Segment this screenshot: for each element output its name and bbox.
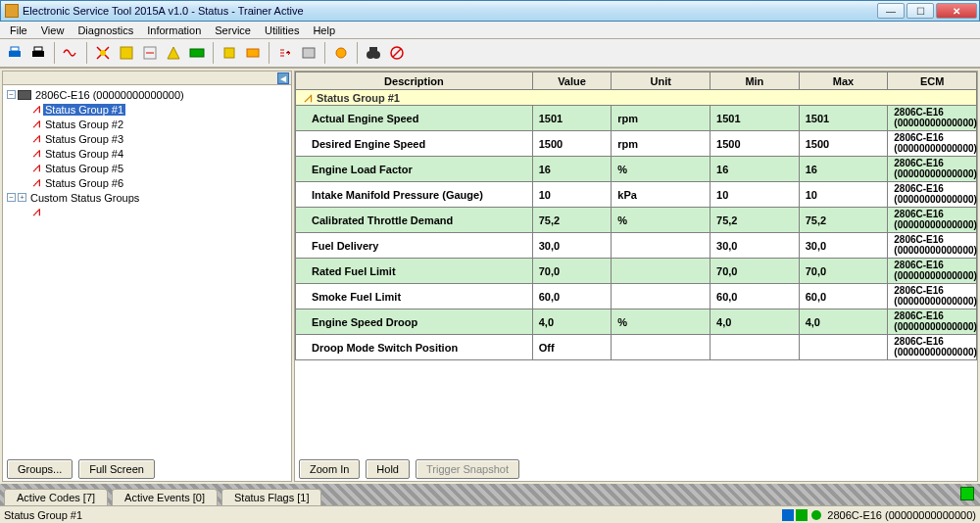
svg-rect-2 xyxy=(32,51,44,57)
data-grid[interactable]: DescriptionValueUnitMinMaxECM⩘Status Gro… xyxy=(295,71,977,457)
tree-temporary[interactable]: ⩘ xyxy=(7,205,289,219)
status-blue-icon xyxy=(782,509,794,521)
tree-group-5[interactable]: ⩘Status Group #5 xyxy=(7,161,289,175)
trigger-snapshot-button[interactable]: Trigger Snapshot xyxy=(416,459,519,479)
tree[interactable]: −2806C-E16 (00000000000000)⩘Status Group… xyxy=(3,85,291,457)
menu-help[interactable]: Help xyxy=(307,24,341,37)
collapse-arrow-icon[interactable]: ◀ xyxy=(277,72,289,84)
svg-rect-8 xyxy=(224,48,234,58)
statusbar: Status Group #1 2806C-E16 (0000000000000… xyxy=(0,505,980,523)
table-row[interactable]: Smoke Fuel Limit60,060,060,02806C-E16(00… xyxy=(296,284,977,309)
tree-custom[interactable]: −+Custom Status Groups xyxy=(7,190,289,205)
menu-file[interactable]: File xyxy=(4,24,33,37)
svg-rect-0 xyxy=(9,51,21,57)
svg-rect-3 xyxy=(34,47,42,51)
tool-icon-5[interactable] xyxy=(186,42,208,64)
svg-rect-7 xyxy=(190,49,204,57)
svg-point-13 xyxy=(372,51,380,59)
table-row[interactable]: Droop Mode Switch PositionOff2806C-E16(0… xyxy=(296,335,977,360)
zoomin-button[interactable]: Zoom In xyxy=(299,459,360,479)
svg-point-11 xyxy=(336,48,346,58)
table-row[interactable]: Calibrated Throttle Demand75,2%75,275,22… xyxy=(296,208,977,233)
svg-rect-1 xyxy=(11,47,19,51)
tree-root[interactable]: −2806C-E16 (00000000000000) xyxy=(7,87,289,102)
col-max[interactable]: Max xyxy=(799,72,888,90)
maximize-button[interactable]: ☐ xyxy=(906,3,934,19)
tree-group-3[interactable]: ⩘Status Group #3 xyxy=(7,131,289,146)
group-header: ⩘Status Group #1 xyxy=(296,90,977,106)
app-icon xyxy=(5,4,19,18)
tool-icon-9[interactable] xyxy=(298,42,319,64)
status-ecm: 2806C-E16 (00000000000000) xyxy=(827,509,976,521)
bottom-tab-2[interactable]: Status Flags [1] xyxy=(221,489,321,505)
table-row[interactable]: Desired Engine Speed1500rpm150015002806C… xyxy=(296,131,977,157)
minimize-button[interactable]: — xyxy=(877,3,905,19)
menu-diagnostics[interactable]: Diagnostics xyxy=(72,24,139,37)
svg-point-4 xyxy=(100,50,106,56)
svg-rect-14 xyxy=(369,47,377,52)
tree-group-2[interactable]: ⩘Status Group #2 xyxy=(7,117,289,131)
menu-service[interactable]: Service xyxy=(209,24,257,37)
binoculars-icon[interactable] xyxy=(363,42,384,64)
status-green-icon xyxy=(796,509,808,521)
col-value[interactable]: Value xyxy=(532,72,612,90)
table-row[interactable]: Fuel Delivery30,030,030,02806C-E16(00000… xyxy=(296,233,977,259)
titlebar: Electronic Service Tool 2015A v1.0 - Sta… xyxy=(0,0,980,22)
bottom-tab-0[interactable]: Active Codes [7] xyxy=(4,489,108,505)
col-ecm[interactable]: ECM xyxy=(888,72,977,90)
tool-icon-7[interactable] xyxy=(242,42,264,64)
col-description[interactable]: Description xyxy=(296,72,533,90)
tree-group-4[interactable]: ⩘Status Group #4 xyxy=(7,146,289,161)
status-dot-icon xyxy=(811,510,821,520)
tree-group-6[interactable]: ⩘Status Group #6 xyxy=(7,175,289,190)
hold-button[interactable]: Hold xyxy=(366,459,410,479)
tool-icon-3[interactable] xyxy=(139,42,161,64)
col-unit[interactable]: Unit xyxy=(612,72,710,90)
svg-rect-9 xyxy=(247,49,259,57)
table-row[interactable]: Engine Load Factor16%16162806C-E16(00000… xyxy=(296,157,977,182)
tool-icon-6[interactable] xyxy=(219,42,240,64)
close-button[interactable]: ✕ xyxy=(936,3,977,19)
tool-icon-8[interactable] xyxy=(274,42,296,64)
status-indicator-icon xyxy=(960,487,974,500)
tool-icon-10[interactable] xyxy=(330,42,352,64)
tool-icon-4[interactable] xyxy=(163,42,184,64)
table-row[interactable]: Rated Fuel Limit70,070,070,02806C-E16(00… xyxy=(296,259,977,284)
status-left: Status Group #1 xyxy=(4,509,782,521)
bottom-tab-1[interactable]: Active Events [0] xyxy=(112,489,218,505)
tree-header: ◀ xyxy=(3,71,291,85)
table-row[interactable]: Engine Speed Droop4,0%4,04,02806C-E16(00… xyxy=(296,309,977,335)
wave-icon[interactable] xyxy=(60,42,81,64)
tree-group-1[interactable]: ⩘Status Group #1 xyxy=(7,102,289,117)
print-icon[interactable] xyxy=(4,42,25,64)
toolbar xyxy=(0,39,980,69)
grid-pane: DescriptionValueUnitMinMaxECM⩘Status Gro… xyxy=(294,71,978,482)
cancel-icon[interactable] xyxy=(386,42,408,64)
menu-utilities[interactable]: Utilities xyxy=(259,24,305,37)
bottom-tabs: Active Codes [7]Active Events [0]Status … xyxy=(0,484,980,505)
tree-pane: ◀ −2806C-E16 (00000000000000)⩘Status Gro… xyxy=(2,71,292,482)
window-title: Electronic Service Tool 2015A v1.0 - Sta… xyxy=(23,5,877,17)
table-row[interactable]: Actual Engine Speed1501rpm150115012806C-… xyxy=(296,106,977,131)
menu-information[interactable]: Information xyxy=(141,24,207,37)
svg-rect-10 xyxy=(303,48,315,58)
tool-icon-1[interactable] xyxy=(92,42,114,64)
menu-view[interactable]: View xyxy=(35,24,71,37)
fullscreen-button[interactable]: Full Screen xyxy=(78,459,155,479)
tool-icon-2[interactable] xyxy=(116,42,137,64)
col-min[interactable]: Min xyxy=(710,72,800,90)
groups-button[interactable]: Groups... xyxy=(7,459,73,479)
svg-rect-5 xyxy=(121,47,132,59)
print-preview-icon[interactable] xyxy=(27,42,49,64)
menubar: FileViewDiagnosticsInformationServiceUti… xyxy=(0,22,980,39)
table-row[interactable]: Intake Manifold Pressure (Gauge)10kPa101… xyxy=(296,182,977,208)
